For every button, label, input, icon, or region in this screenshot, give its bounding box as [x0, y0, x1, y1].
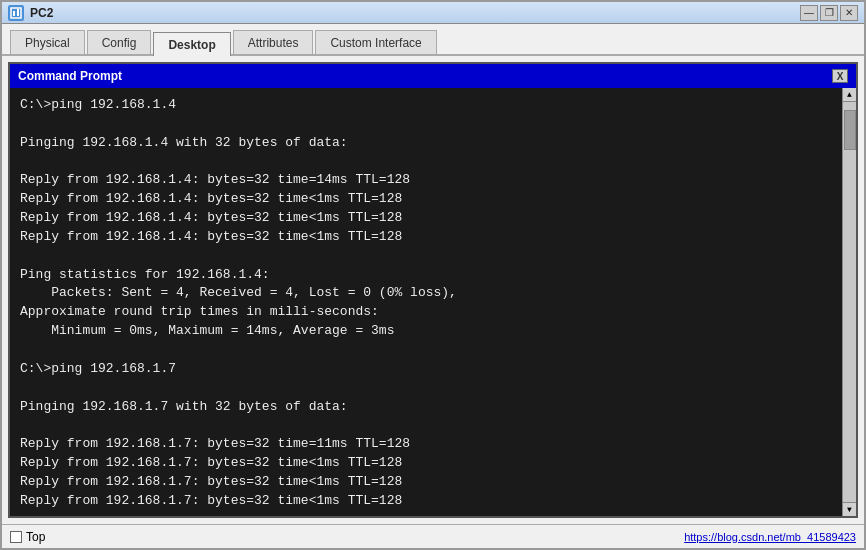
scrollbar-down-button[interactable]: ▼ [843, 502, 856, 516]
tab-physical[interactable]: Physical [10, 30, 85, 54]
scrollbar-up-button[interactable]: ▲ [843, 88, 856, 102]
scrollbar-track [843, 102, 856, 502]
bottom-left: Top [10, 530, 45, 544]
bottom-bar: Top https://blog.csdn.net/mb_41589423 [2, 524, 864, 548]
cmd-output[interactable]: C:\>ping 192.168.1.4 Pinging 192.168.1.4… [10, 88, 842, 516]
scrollbar-thumb[interactable] [844, 110, 856, 150]
close-button[interactable]: ✕ [840, 5, 858, 21]
main-window: PC2 — ❐ ✕ Physical Config Desktop Attrib… [0, 0, 866, 550]
top-checkbox[interactable] [10, 531, 22, 543]
window-title: PC2 [30, 6, 800, 20]
minimize-button[interactable]: — [800, 5, 818, 21]
cmd-window: Command Prompt X C:\>ping 192.168.1.4 Pi… [8, 62, 858, 518]
tab-custom-interface[interactable]: Custom Interface [315, 30, 436, 54]
title-bar-buttons: — ❐ ✕ [800, 5, 858, 21]
main-content: Command Prompt X C:\>ping 192.168.1.4 Pi… [2, 56, 864, 524]
svg-rect-2 [17, 9, 19, 16]
cmd-body: C:\>ping 192.168.1.4 Pinging 192.168.1.4… [10, 88, 856, 516]
top-label: Top [26, 530, 45, 544]
title-bar: PC2 — ❐ ✕ [2, 2, 864, 24]
svg-rect-0 [11, 8, 21, 18]
bottom-url[interactable]: https://blog.csdn.net/mb_41589423 [684, 531, 856, 543]
tab-attributes[interactable]: Attributes [233, 30, 314, 54]
window-icon [8, 5, 24, 21]
tabs-bar: Physical Config Desktop Attributes Custo… [2, 24, 864, 56]
cmd-close-button[interactable]: X [832, 69, 848, 83]
cmd-scrollbar[interactable]: ▲ ▼ [842, 88, 856, 516]
cmd-title-text: Command Prompt [18, 69, 122, 83]
svg-rect-1 [13, 11, 15, 16]
cmd-title-bar: Command Prompt X [10, 64, 856, 88]
tab-config[interactable]: Config [87, 30, 152, 54]
restore-button[interactable]: ❐ [820, 5, 838, 21]
tab-desktop[interactable]: Desktop [153, 32, 230, 56]
